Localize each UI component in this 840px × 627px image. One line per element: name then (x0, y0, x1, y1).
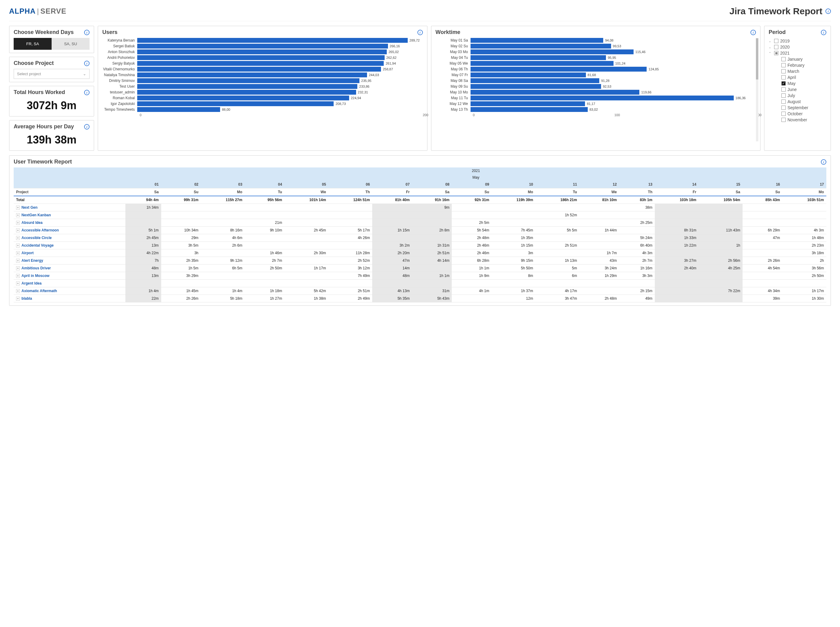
tree-row-september[interactable]: September (769, 105, 826, 111)
dow-header: Mo (201, 188, 245, 196)
project-cell[interactable]: +blabla (14, 295, 125, 302)
info-icon[interactable]: i (417, 30, 423, 35)
expand-icon[interactable]: + (16, 244, 20, 247)
project-select[interactable]: Select project ⌄ (14, 69, 90, 79)
checkbox[interactable] (782, 87, 786, 91)
tree-label: 2020 (780, 44, 789, 49)
project-cell[interactable]: +Argent Idea (14, 280, 125, 287)
tree-row-may[interactable]: ✓May (769, 80, 826, 87)
project-name[interactable]: Argent Idea (22, 281, 42, 285)
info-icon[interactable]: i (826, 8, 831, 14)
project-cell[interactable]: +April in Moscow (14, 272, 125, 280)
expand-icon[interactable]: + (16, 289, 20, 293)
info-icon[interactable]: i (821, 159, 826, 165)
data-cell: 1h 4m (125, 287, 161, 295)
project-cell[interactable]: +Next Gen (14, 204, 125, 211)
project-cell[interactable]: +Accidental Voyage (14, 242, 125, 249)
expand-icon[interactable]: + (16, 213, 20, 217)
tree-row-november[interactable]: November (769, 117, 826, 123)
project-name[interactable]: Accessible Afternoon (22, 228, 59, 232)
checkbox[interactable] (774, 51, 778, 55)
project-name[interactable]: Accessible Circle (22, 236, 52, 240)
expand-icon[interactable]: + (16, 228, 20, 232)
bar-value: 81,17 (587, 102, 595, 106)
data-cell: 22m (125, 295, 161, 302)
data-cell: 43m (579, 257, 619, 265)
info-icon[interactable]: i (84, 124, 90, 129)
tree-row-april[interactable]: April (769, 74, 826, 80)
data-cell: 2h 26m (161, 295, 201, 302)
tree-row-march[interactable]: March (769, 68, 826, 74)
tree-label: September (788, 105, 808, 110)
bar-row: May 05 We101,24 (436, 61, 753, 66)
project-name[interactable]: Axiomatic Aftermath (22, 289, 57, 293)
project-cell[interactable]: +Absurd Idea (14, 219, 125, 227)
checkbox[interactable] (782, 69, 786, 73)
project-name[interactable]: April in Moscow (22, 274, 49, 278)
table-row: +Absurd Idea21m2h 5m2h 25m (14, 219, 826, 227)
data-cell: 8h 16m (201, 227, 245, 234)
checkbox[interactable]: ✓ (782, 81, 786, 85)
bar-label: Sergei Batiuk (102, 44, 137, 48)
bar-row: May 11 Tu186,36 (436, 96, 753, 101)
expand-icon[interactable]: + (16, 251, 20, 255)
project-name[interactable]: Ambitious Driver (22, 266, 51, 270)
project-cell[interactable]: +Alert Energy (14, 257, 125, 265)
info-icon[interactable]: i (84, 61, 90, 66)
project-cell[interactable]: +Accessible Afternoon (14, 227, 125, 234)
expand-icon[interactable]: + (16, 274, 20, 278)
info-icon[interactable]: i (750, 30, 756, 35)
tree-row-july[interactable]: July (769, 93, 826, 99)
project-cell[interactable]: +Accessible Circle (14, 234, 125, 242)
tree-row-august[interactable]: August (769, 99, 826, 105)
weekend-sa-su-button[interactable]: SA, SU (52, 38, 90, 50)
expand-icon[interactable]: + (16, 259, 20, 263)
project-name[interactable]: blabla (22, 296, 32, 301)
data-cell: 3m (491, 249, 535, 257)
project-name[interactable]: Next Gen (22, 205, 38, 210)
checkbox[interactable] (774, 39, 778, 43)
project-cell[interactable]: +NextGen Kanban (14, 211, 125, 219)
tree-row-2019[interactable]: ⌄2019 (769, 38, 826, 44)
project-name[interactable]: Alert Energy (22, 258, 43, 263)
tree-row-february[interactable]: February (769, 62, 826, 68)
expand-icon[interactable]: + (16, 297, 20, 301)
project-name[interactable]: Airport (22, 251, 34, 255)
info-icon[interactable]: i (821, 30, 826, 35)
info-icon[interactable]: i (84, 90, 90, 95)
users-chart-title: Users (102, 29, 117, 36)
report-table-wrap[interactable]: 2021May010203040506070809101112131415161… (14, 167, 826, 302)
project-cell[interactable]: +Axiomatic Aftermath (14, 287, 125, 295)
expand-icon[interactable]: + (16, 206, 20, 210)
tree-row-january[interactable]: January (769, 56, 826, 62)
tree-row-2020[interactable]: ⌄2020 (769, 44, 826, 50)
project-name[interactable]: Absurd Idea (22, 221, 43, 225)
data-cell: 1h 18m (245, 287, 284, 295)
expand-icon[interactable]: + (16, 282, 20, 285)
checkbox[interactable] (782, 118, 786, 122)
tree-row-2021[interactable]: ⌃2021 (769, 50, 826, 56)
bar-value: 244,03 (369, 73, 379, 77)
checkbox[interactable] (782, 106, 786, 110)
weekend-fr-sa-button[interactable]: FR, SA (14, 38, 52, 50)
project-cell[interactable]: +Ambitious Driver (14, 265, 125, 272)
project-name[interactable]: Accidental Voyage (22, 243, 54, 247)
checkbox[interactable] (782, 75, 786, 79)
expand-icon[interactable]: + (16, 236, 20, 240)
tree-row-june[interactable]: June (769, 87, 826, 93)
day-num-header: 13 (619, 181, 655, 188)
bar-row: Kateryna Bersan289,72 (102, 38, 420, 43)
checkbox[interactable] (774, 45, 778, 49)
project-name[interactable]: NextGen Kanban (22, 213, 51, 217)
scrollbar[interactable] (756, 38, 758, 141)
checkbox[interactable] (782, 93, 786, 98)
data-cell: 5h 17m (328, 227, 373, 234)
checkbox[interactable] (782, 63, 786, 67)
expand-icon[interactable]: + (16, 221, 20, 225)
checkbox[interactable] (782, 57, 786, 61)
project-cell[interactable]: +Airport (14, 249, 125, 257)
expand-icon[interactable]: + (16, 266, 20, 270)
checkbox[interactable] (782, 99, 786, 104)
info-icon[interactable]: i (84, 30, 90, 35)
bar-label: testuser_admin (102, 90, 137, 95)
